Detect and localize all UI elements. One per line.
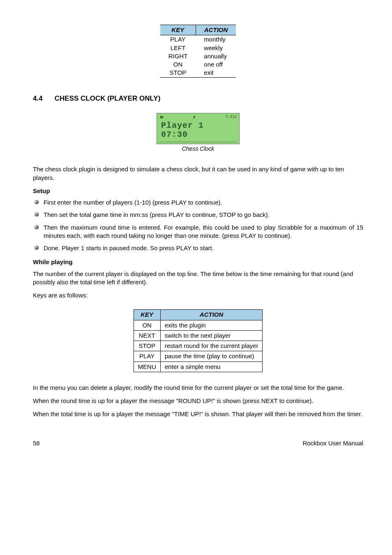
table2-action: exits the plugin xyxy=(160,320,263,330)
key-action-table-1: KEY ACTION PLAY monthly LEFT weekly RIGH… xyxy=(33,25,363,78)
table2-header-key: KEY xyxy=(134,310,160,320)
table-row: ON one off xyxy=(160,60,236,69)
list-item: First enter the number of players (1-10)… xyxy=(33,198,363,207)
bottom-paragraph-3: When the total time is up for a player t… xyxy=(33,410,363,418)
table1-action: weekly xyxy=(196,44,236,52)
bottom-paragraph-1: In the menu you can delete a player, mod… xyxy=(33,384,363,392)
while-playing-heading: While playing xyxy=(33,258,363,266)
table-row: RIGHT annually xyxy=(160,52,236,60)
table-row: NEXT switch to the next player xyxy=(134,330,263,341)
bottom-paragraph-2: When the round time is up for a player t… xyxy=(33,397,363,405)
table1-key: PLAY xyxy=(160,35,196,44)
table1-key: ON xyxy=(160,60,196,69)
lcd-line2: 07:30 xyxy=(161,129,188,140)
table-row: ON exits the plugin xyxy=(134,320,263,330)
page-footer: 58 Rockbox User Manual xyxy=(33,439,363,447)
figure-caption: Chess Clock xyxy=(182,145,214,153)
list-item: Done. Player 1 starts in paused mode. So… xyxy=(33,244,363,252)
key-action-table-2: KEY ACTION ON exits the plugin NEXT swit… xyxy=(33,309,363,372)
table1-action: one off xyxy=(196,60,236,69)
setup-list: First enter the number of players (1-10)… xyxy=(33,198,363,252)
list-item: Then set the total game time in mm:ss (p… xyxy=(33,211,363,219)
figure-chess-clock: 5:41x Player 1 07:30 Chess Clock xyxy=(33,113,363,153)
table1-key: LEFT xyxy=(160,44,196,52)
table2-key: MENU xyxy=(134,362,160,372)
keys-intro: Keys are as follows: xyxy=(33,291,363,299)
page-number: 58 xyxy=(33,439,40,447)
table2-action: enter a simple menu xyxy=(160,362,263,372)
table-row: LEFT weekly xyxy=(160,44,236,52)
table1-header-key: KEY xyxy=(160,25,196,35)
table2-key: ON xyxy=(134,320,160,330)
table2-key: PLAY xyxy=(134,351,160,362)
table1-header-action: ACTION xyxy=(196,25,236,35)
table1-action: monthly xyxy=(196,35,236,44)
doc-title: Rockbox User Manual xyxy=(302,439,363,447)
table-row: STOP restart round for the current playe… xyxy=(134,341,263,351)
table-row: PLAY pause the time (play to continue) xyxy=(134,351,263,362)
table2-header-action: ACTION xyxy=(160,310,263,320)
while-playing-paragraph: The number of the current player is disp… xyxy=(33,270,363,287)
table2-action: pause the time (play to continue) xyxy=(160,351,263,362)
table-row: STOP exit xyxy=(160,69,236,77)
lcd-topleft-icon xyxy=(159,114,163,120)
lcd-topcenter-icon xyxy=(193,114,195,120)
table-row: MENU enter a simple menu xyxy=(134,362,263,372)
section-title: CHESS CLOCK (PLAYER ONLY) xyxy=(55,94,161,102)
table2-key: STOP xyxy=(134,341,160,351)
table1-action: exit xyxy=(196,69,236,77)
setup-heading: Setup xyxy=(33,187,363,195)
chess-clock-lcd: 5:41x Player 1 07:30 xyxy=(157,113,240,144)
section-number: 4.4 xyxy=(33,94,53,104)
table2-key: NEXT xyxy=(134,330,160,341)
table2-action: switch to the next player xyxy=(160,330,263,341)
list-item: Then the maximum round time is entered. … xyxy=(33,223,363,240)
table1-key: STOP xyxy=(160,69,196,77)
section-heading: 4.4 CHESS CLOCK (PLAYER ONLY) xyxy=(33,94,363,104)
table1-key: RIGHT xyxy=(160,52,196,60)
table2-action: restart round for the current player xyxy=(160,341,263,351)
intro-paragraph: The chess clock plugin is designed to si… xyxy=(33,165,363,182)
table-row: PLAY monthly xyxy=(160,35,236,44)
lcd-topright-text: 5:41x xyxy=(226,114,237,119)
table1-action: annually xyxy=(196,52,236,60)
